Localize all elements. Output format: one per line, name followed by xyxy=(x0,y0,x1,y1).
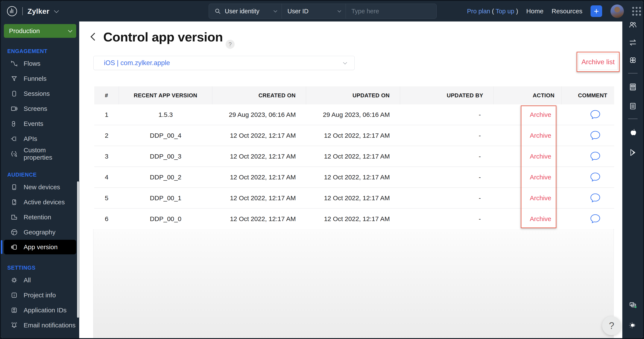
row-version: DDP_00_1 xyxy=(119,194,212,202)
sidebar-item-app-version[interactable]: App version xyxy=(4,240,76,254)
title-help-icon[interactable]: ? xyxy=(226,40,235,49)
search-field-dropdown[interactable]: User ID xyxy=(282,4,346,19)
sidebar-item-label: Retention xyxy=(24,214,51,221)
comment-icon[interactable] xyxy=(590,110,601,120)
sidebar-item-label: Active devices xyxy=(24,198,65,206)
sidebar-item-geography[interactable]: Geography xyxy=(4,225,76,240)
sidebar-item-apis[interactable]: APIs xyxy=(4,131,76,146)
sidebar-item-project-info[interactable]: Project info xyxy=(4,288,76,303)
sidebar-item-funnels[interactable]: Funnels xyxy=(4,71,76,86)
row-created: 12 Oct 2022, 12:17 AM xyxy=(212,132,306,139)
environment-chevron-icon xyxy=(68,28,72,33)
table-header-row: # RECENT APP VERSION CREATED ON UPDATED … xyxy=(94,86,614,104)
row-updated: 12 Oct 2022, 12:17 AM xyxy=(306,132,400,139)
archive-link[interactable]: Archive xyxy=(530,132,551,139)
row-created: 12 Oct 2022, 12:17 AM xyxy=(212,194,306,202)
row-num: 6 xyxy=(94,215,119,223)
row-created: 12 Oct 2022, 12:17 AM xyxy=(212,215,306,223)
row-updated-by: - xyxy=(400,132,494,139)
sidebar-item-all[interactable]: All xyxy=(4,273,76,288)
row-version: DDP_00_3 xyxy=(119,153,212,160)
search-category-value: User identity xyxy=(225,8,259,15)
sidebar-item-email-notifications[interactable]: Email notifications xyxy=(4,318,76,333)
table-row: 3 DDP_00_3 12 Oct 2022, 12:17 AM 12 Oct … xyxy=(94,146,614,167)
docs-icon[interactable] xyxy=(628,101,638,111)
resources-link[interactable]: Resources xyxy=(552,8,582,15)
row-updated: 12 Oct 2022, 12:17 AM xyxy=(306,153,400,160)
project-chevron-down-icon[interactable] xyxy=(54,8,59,13)
contacts-icon[interactable] xyxy=(628,20,638,30)
row-updated-by: - xyxy=(400,111,494,118)
apple-icon[interactable] xyxy=(628,127,638,137)
archive-link[interactable]: Archive xyxy=(530,174,551,181)
feedback-chat-icon[interactable] xyxy=(628,301,638,310)
environment-dropdown[interactable]: Production xyxy=(4,24,76,38)
col-header-version: RECENT APP VERSION xyxy=(119,86,212,104)
col-header-num: # xyxy=(94,86,119,104)
topup-link[interactable]: Top up xyxy=(496,8,514,15)
transfer-icon[interactable] xyxy=(628,38,638,47)
geography-icon xyxy=(10,228,18,236)
theme-toggle-icon[interactable] xyxy=(628,320,638,330)
archive-link[interactable]: Archive xyxy=(530,153,551,160)
archive-list-button[interactable]: Archive list xyxy=(578,54,618,70)
apptics-logo-icon[interactable] xyxy=(6,6,18,17)
col-header-created: CREATED ON xyxy=(212,86,306,104)
sidebar-item-label: Funnels xyxy=(24,75,46,82)
row-version: DDP_00_4 xyxy=(119,132,212,139)
app-selector-dropdown[interactable]: iOS | com.zylker.apple xyxy=(94,56,355,70)
search-input[interactable] xyxy=(352,8,431,15)
brand-divider xyxy=(22,7,23,15)
sidebar-item-screens[interactable]: Screens xyxy=(4,101,76,116)
comment-icon[interactable] xyxy=(590,151,601,162)
section-label-audience: AUDIENCE xyxy=(1,172,79,178)
funnel-icon xyxy=(10,75,18,83)
sidebar-item-sessions[interactable]: Sessions xyxy=(4,86,76,101)
sidebar-item-flows[interactable]: Flows xyxy=(4,56,76,71)
row-num: 4 xyxy=(94,174,119,181)
sidebar-item-events[interactable]: Events xyxy=(4,116,76,131)
glossary-icon[interactable] xyxy=(628,83,638,92)
sidebar-item-new-devices[interactable]: New devices xyxy=(4,180,76,195)
sidebar-item-label: Geography xyxy=(24,229,56,236)
sidebar-item-retention[interactable]: Retention xyxy=(4,210,76,225)
paren-close: ) xyxy=(516,8,518,15)
flows-icon xyxy=(10,60,18,68)
comment-icon[interactable] xyxy=(590,193,601,203)
plan-topup-link[interactable]: Pro plan ( Top up ) xyxy=(467,8,518,15)
back-button[interactable] xyxy=(90,33,98,41)
row-updated-by: - xyxy=(400,174,494,181)
id-card-icon xyxy=(10,306,18,314)
row-updated-by: - xyxy=(400,194,494,202)
rail-divider xyxy=(628,119,638,119)
new-devices-icon xyxy=(10,183,18,191)
sidebar-scrollbar[interactable] xyxy=(77,181,79,318)
sidebar-item-label: APIs xyxy=(24,135,37,142)
home-link[interactable]: Home xyxy=(526,8,544,15)
sidebar-item-label: All xyxy=(24,276,31,284)
add-button[interactable]: + xyxy=(590,5,602,17)
comment-icon[interactable] xyxy=(590,130,601,141)
project-name[interactable]: Zylker xyxy=(28,7,49,16)
sidebar-item-active-devices[interactable]: Active devices xyxy=(4,195,76,210)
user-avatar[interactable] xyxy=(610,4,624,18)
sidebar-item-label: Sessions xyxy=(24,90,50,97)
comment-icon[interactable] xyxy=(590,214,601,224)
search-category-dropdown[interactable]: User identity xyxy=(209,4,282,19)
app-version-table: # RECENT APP VERSION CREATED ON UPDATED … xyxy=(94,86,614,229)
clover-icon[interactable] xyxy=(628,56,638,65)
archive-link[interactable]: Archive xyxy=(530,215,551,223)
app-version-icon xyxy=(10,243,18,251)
row-version: DDP_00_0 xyxy=(119,215,212,223)
archive-link[interactable]: Archive xyxy=(530,111,551,118)
sidebar-item-application-ids[interactable]: Application IDs xyxy=(4,303,76,318)
help-button[interactable]: ? xyxy=(602,316,621,335)
sidebar-item-label: Flows xyxy=(24,60,40,67)
row-updated: 12 Oct 2022, 12:17 AM xyxy=(306,215,400,223)
plan-name[interactable]: Pro plan xyxy=(467,8,490,15)
app-grid-icon[interactable] xyxy=(632,7,641,16)
comment-icon[interactable] xyxy=(590,172,601,182)
sidebar-item-custom-properties[interactable]: Custom properties xyxy=(4,146,76,161)
google-play-icon[interactable] xyxy=(628,148,638,157)
archive-link[interactable]: Archive xyxy=(530,194,551,202)
